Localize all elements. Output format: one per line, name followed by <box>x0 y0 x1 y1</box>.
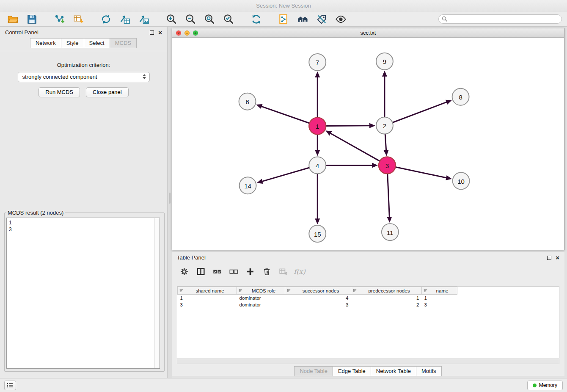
graph-node-14[interactable]: 14 <box>239 177 256 194</box>
show-columns-button[interactable] <box>194 265 207 277</box>
search-input[interactable] <box>438 14 562 24</box>
graphics-details-button[interactable] <box>314 13 329 26</box>
graph-edge-1-6[interactable] <box>261 106 310 123</box>
network-document-icon <box>278 14 289 25</box>
import-network-button[interactable] <box>52 13 67 26</box>
column-label: successor nodes <box>292 288 350 293</box>
graph-node-7[interactable]: 7 <box>309 54 326 71</box>
delete-row-button[interactable] <box>260 265 273 277</box>
optimization-label: Optimization criterion: <box>0 62 167 68</box>
tab-node-table[interactable]: Node Table <box>294 366 333 376</box>
table-cell[interactable]: 3 <box>422 301 457 308</box>
zoom-fit-button[interactable] <box>202 13 217 26</box>
close-panel-button[interactable]: Close panel <box>86 87 129 97</box>
float-panel-icon[interactable] <box>150 30 154 35</box>
table-cell[interactable]: 1 <box>422 295 457 301</box>
tab-style[interactable]: Style <box>61 38 84 48</box>
graph-node-8[interactable]: 8 <box>452 88 469 105</box>
graph-node-2[interactable]: 2 <box>376 117 393 134</box>
table-cell[interactable]: 4 <box>285 295 351 301</box>
table-cell[interactable]: dominator <box>237 301 285 308</box>
table-row[interactable]: 3dominator323 <box>178 301 457 308</box>
gear-icon <box>180 267 189 276</box>
graph-edge-3-10[interactable] <box>395 167 447 178</box>
table-cell[interactable]: 3 <box>285 301 351 308</box>
graph-node-3[interactable]: 3 <box>379 157 396 174</box>
add-row-button[interactable] <box>244 265 256 277</box>
column-options-icon <box>286 288 291 293</box>
tab-mcds[interactable]: MCDS <box>110 38 137 48</box>
tab-edge-table[interactable]: Edge Table <box>333 366 371 376</box>
select-all-button[interactable] <box>211 265 223 277</box>
save-session-button[interactable] <box>24 13 39 26</box>
tab-motifs[interactable]: Motifs <box>416 366 442 376</box>
run-mcds-button[interactable]: Run MCDS <box>39 87 80 97</box>
float-table-panel-icon[interactable] <box>547 256 551 260</box>
graph-node-4[interactable]: 4 <box>309 157 326 174</box>
result-item[interactable]: 1 <box>9 219 152 226</box>
window-title: Session: New Session <box>256 3 311 9</box>
tab-select[interactable]: Select <box>84 38 110 48</box>
apply-layout-button[interactable] <box>98 13 113 26</box>
control-panel-tabs: NetworkStyleSelectMCDS <box>0 38 167 51</box>
close-window-button[interactable] <box>176 30 181 36</box>
zoom-selected-button[interactable] <box>221 13 236 26</box>
graph-node-9[interactable]: 9 <box>376 53 393 70</box>
table-hscrollbar[interactable] <box>177 359 559 364</box>
maximize-window-button[interactable] <box>193 30 198 36</box>
minimize-window-button[interactable] <box>184 30 190 36</box>
column-header-shared-name[interactable]: shared name <box>178 287 237 295</box>
graph-edge-2-3[interactable] <box>385 134 386 151</box>
open-session-button[interactable] <box>5 13 20 26</box>
column-header-name[interactable]: name <box>422 287 457 295</box>
graph-edge-2-8[interactable] <box>393 102 447 123</box>
graph-edge-1-2[interactable] <box>326 126 370 126</box>
first-neighbors-button[interactable] <box>295 13 310 26</box>
close-table-panel-icon[interactable] <box>556 256 559 260</box>
refresh-view-button[interactable] <box>248 13 264 26</box>
graph-node-15[interactable]: 15 <box>309 225 326 242</box>
graph-node-6[interactable]: 6 <box>239 93 256 110</box>
table-settings-button[interactable] <box>178 265 190 277</box>
table-cell[interactable]: dominator <box>237 295 285 301</box>
deselect-all-button[interactable] <box>227 265 240 277</box>
column-label: predecessor nodes <box>358 288 420 293</box>
network-from-selection-button[interactable] <box>276 13 291 26</box>
result-item[interactable]: 3 <box>9 226 152 233</box>
network-canvas[interactable]: 7968124314101511 <box>172 38 564 250</box>
import-table-button[interactable] <box>71 13 86 26</box>
column-header-predecessor-nodes[interactable]: predecessor nodes <box>351 287 422 295</box>
memory-button[interactable]: Memory <box>527 381 563 390</box>
graph-node-10[interactable]: 10 <box>453 172 470 189</box>
mcds-result-group: MCDS result (2 nodes) 13 <box>4 210 165 372</box>
tab-network-table[interactable]: Network Table <box>371 366 416 376</box>
function-builder-button[interactable]: f(x) <box>293 265 306 277</box>
table-cell[interactable]: 1 <box>178 295 237 301</box>
column-header-successor-nodes[interactable]: successor nodes <box>285 287 351 295</box>
result-scrollbar[interactable] <box>154 218 160 368</box>
export-table-button[interactable] <box>117 13 132 26</box>
table-cell[interactable]: 2 <box>351 301 422 308</box>
graph-edge-3-11[interactable] <box>388 174 390 218</box>
zoom-in-button[interactable] <box>164 13 179 26</box>
tab-network[interactable]: Network <box>30 38 61 48</box>
delete-table-button[interactable] <box>277 265 289 277</box>
open-folder-icon <box>7 14 19 25</box>
show-hide-button[interactable] <box>333 13 348 26</box>
mcds-result-list: 13 <box>7 218 154 368</box>
table-row[interactable]: 1dominator411 <box>178 295 457 301</box>
column-header-MCDS-role[interactable]: MCDS role <box>237 287 285 295</box>
network-window-titlebar[interactable]: scc.txt <box>172 28 564 38</box>
task-history-button[interactable] <box>4 381 16 390</box>
close-control-panel-icon[interactable] <box>158 30 162 35</box>
panel-splitter[interactable] <box>168 27 172 378</box>
table-cell[interactable]: 1 <box>351 295 422 301</box>
graph-node-1[interactable]: 1 <box>309 118 326 135</box>
export-image-button[interactable] <box>136 13 151 26</box>
graph-edge-3-1[interactable] <box>330 133 380 161</box>
graph-node-11[interactable]: 11 <box>382 224 399 240</box>
optimization-select[interactable]: strongly connected component <box>18 72 150 82</box>
graph-edge-4-14[interactable] <box>261 168 309 182</box>
table-cell[interactable]: 3 <box>178 301 237 308</box>
zoom-out-button[interactable] <box>183 13 198 26</box>
